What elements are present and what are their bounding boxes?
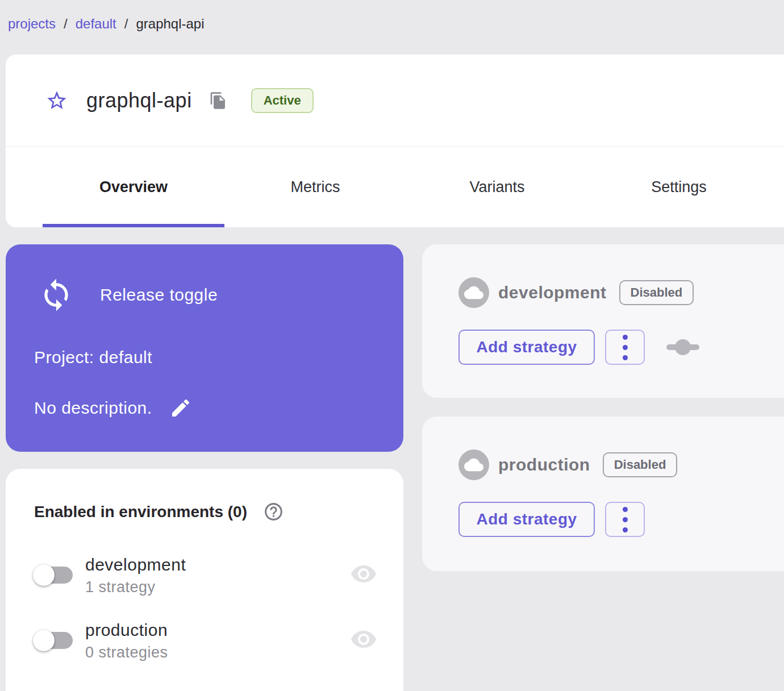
environment-toggle-row-development: development 1 strategy	[28, 551, 392, 599]
environment-name: production	[498, 455, 590, 474]
tab-variants[interactable]: Variants	[406, 147, 588, 227]
add-strategy-button[interactable]: Add strategy	[458, 502, 595, 537]
cloud-icon	[458, 277, 489, 308]
copy-name-icon[interactable]	[209, 91, 227, 110]
visibility-eye-icon[interactable]	[350, 560, 377, 588]
description-text: No description.	[34, 398, 152, 418]
row-strategy-count: 0 strategies	[85, 642, 168, 663]
toggle-type-card: Release toggle Project: default No descr…	[6, 244, 403, 452]
enabled-environments-title: Enabled in environments (0)	[34, 503, 247, 521]
tab-bar: Overview Metrics Variants Settings	[6, 147, 784, 227]
description-row: No description.	[34, 397, 192, 419]
environment-switch-production[interactable]	[33, 627, 74, 654]
slider-icon[interactable]	[665, 339, 700, 356]
environment-actions: Add strategy	[458, 502, 645, 537]
row-strategy-count: 1 strategy	[85, 576, 186, 598]
tab-metrics[interactable]: Metrics	[224, 147, 406, 227]
switch-thumb	[33, 564, 55, 586]
kebab-dot	[623, 355, 628, 360]
breadcrumb-separator: /	[124, 16, 128, 32]
breadcrumb: projects / default / graphql-api	[8, 16, 205, 32]
kebab-dot	[623, 517, 628, 522]
environment-menu-button[interactable]	[605, 502, 645, 537]
kebab-dot	[623, 507, 628, 512]
kebab-dot	[623, 345, 628, 350]
tab-overview[interactable]: Overview	[43, 147, 224, 227]
row-environment-name: development	[85, 553, 186, 576]
favorite-star-icon[interactable]	[45, 89, 68, 112]
environment-card-production: production Disabled Add strategy	[422, 417, 784, 571]
environment-header: development Disabled	[458, 277, 694, 308]
kebab-dot	[623, 527, 628, 532]
add-strategy-button[interactable]: Add strategy	[458, 330, 595, 365]
enabled-environments-card: Enabled in environments (0) development …	[6, 469, 403, 691]
help-icon[interactable]	[263, 501, 284, 522]
enabled-environments-header: Enabled in environments (0)	[34, 501, 284, 522]
toggle-type-row: Release toggle	[39, 277, 218, 313]
loop-icon	[39, 277, 74, 313]
cloud-icon	[458, 449, 489, 480]
row-labels: development 1 strategy	[85, 553, 186, 598]
breadcrumb-link-projects[interactable]: projects	[8, 16, 56, 32]
row-environment-name: production	[85, 619, 168, 642]
environment-status-chip: Disabled	[619, 280, 694, 305]
environment-header: production Disabled	[458, 449, 677, 480]
toggle-type-label: Release toggle	[100, 285, 218, 305]
active-tab-indicator	[43, 224, 224, 227]
switch-thumb	[33, 630, 55, 651]
environment-switch-development[interactable]	[33, 561, 74, 589]
breadcrumb-current: graphql-api	[136, 16, 204, 32]
project-label: Project: default	[34, 348, 152, 367]
row-labels: production 0 strategies	[85, 619, 168, 663]
feature-title: graphql-api	[86, 89, 192, 113]
breadcrumb-link-default[interactable]: default	[76, 16, 116, 32]
environment-card-development: development Disabled Add strategy	[422, 244, 784, 398]
environment-actions: Add strategy	[458, 330, 700, 365]
environment-toggle-row-production: production 0 strategies	[28, 617, 392, 664]
environment-menu-button[interactable]	[605, 330, 645, 365]
visibility-eye-icon[interactable]	[350, 626, 377, 653]
edit-description-icon[interactable]	[169, 397, 192, 419]
kebab-dot	[623, 335, 628, 340]
environment-name: development	[498, 283, 607, 302]
feature-header-row: graphql-api Active	[6, 55, 784, 147]
feature-header-card: graphql-api Active Overview Metrics Vari…	[6, 55, 784, 227]
breadcrumb-separator: /	[64, 16, 68, 32]
environment-status-chip: Disabled	[603, 452, 678, 477]
tab-settings[interactable]: Settings	[588, 147, 770, 227]
status-badge: Active	[251, 88, 314, 113]
